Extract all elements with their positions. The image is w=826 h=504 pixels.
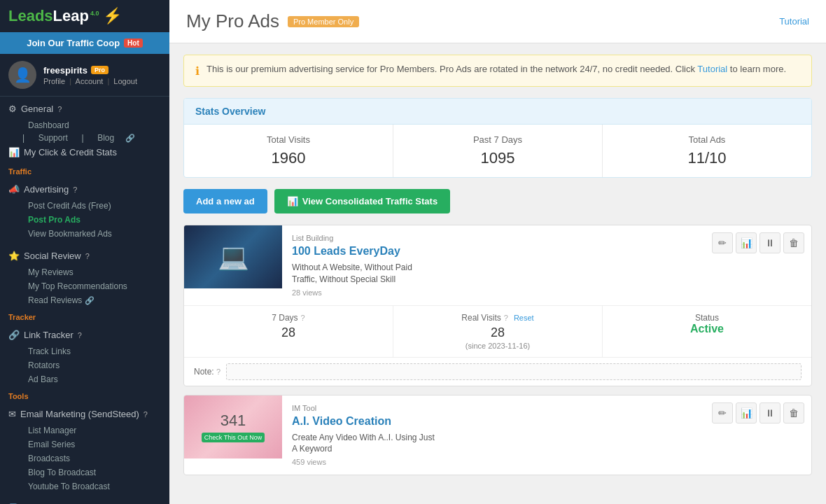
social-review-icon: ⭐ [8,251,20,261]
sidebar-item-link-tracker[interactable]: 🔗 Link Tracker ? [0,326,169,344]
main-header: My Pro Ads Pro Member Only Tutorial [169,0,826,43]
ad-bottom-1: 7 Days ? 28 Real Visits ? Reset 28 (sinc… [184,305,811,357]
view-stats-button[interactable]: 📊 View Consolidated Traffic Stats [274,189,450,214]
ad-pause-button-2[interactable]: ⏸ [760,402,780,424]
main-content: My Pro Ads Pro Member Only Tutorial ℹ Th… [169,0,826,504]
stat-total-ads-value: 11/10 [610,149,804,167]
nav-page-builder: 📄 Page Builder ? Page Manager [0,496,169,504]
sidebar-item-blog-to-broadcast[interactable]: Blog To Broadcast [20,465,169,479]
stat-past-7-days-value: 1095 [400,149,595,167]
ad-category-1: List Building [292,234,695,242]
account-link[interactable]: Account [76,77,104,85]
7days-help-icon: ? [301,314,305,322]
ad-desc-1: Without A Website, Without PaidTraffic, … [292,262,695,286]
ad-edit-button-1[interactable]: ✏ [712,232,733,253]
pro-only-badge: Pro Member Only [288,16,359,27]
sidebar-item-post-credit-ads[interactable]: Post Credit Ads (Free) [20,199,169,213]
ad-stat-real-visits-1: Real Visits ? Reset 28 (since 2023-11-16… [393,306,603,357]
note-input-1[interactable] [226,363,802,380]
profile-link[interactable]: Profile [43,77,65,85]
nav-social-review: ⭐ Social Review ? My Reviews My Top Reco… [0,244,169,310]
info-tutorial-link[interactable]: Tutorial [697,64,727,74]
sidebar-social-review-label: Social Review [24,251,81,261]
nav-advertising: 📣 Advertising ? Post Credit Ads (Free) P… [0,177,169,244]
logo-icon: ⚡ [103,7,122,25]
ad-card-1: List Building 100 Leads EveryDay Without… [183,225,812,386]
coop-banner[interactable]: Join Our Traffic Coop Hot [0,32,169,54]
advertising-help-icon: ? [73,186,77,194]
ad-info-2: IM Tool A.I. Video Creation Create Any V… [282,396,705,475]
ad-delete-button-1[interactable]: 🗑 [783,232,804,253]
logout-link[interactable]: Logout [113,77,137,85]
sidebar-item-social-review[interactable]: ⭐ Social Review ? [0,246,169,265]
sidebar-item-email-series[interactable]: Email Series [20,438,169,451]
logo: LeadsLeap4.0 [8,7,99,25]
sidebar-item-bookmarked-ads[interactable]: View Bookmarked Ads [20,227,169,241]
ad-category-2: IM Tool [292,404,695,412]
nav-advertising-sub: Post Credit Ads (Free) Post Pro Ads View… [0,199,169,241]
stat-total-ads: Total Ads 11/10 [603,125,811,177]
sidebar-item-youtube-to-broadcast[interactable]: Youtube To Broadcast [20,479,169,493]
sidebar-item-ad-bars[interactable]: Ad Bars [20,372,169,386]
sidebar-item-list-manager[interactable]: List Manager [20,424,169,438]
stat-total-visits-value: 1960 [191,149,386,167]
ad-stats-button-1[interactable]: 📊 [736,232,757,253]
ad-7days-value: 28 [194,326,383,340]
ad-edit-button-2[interactable]: ✏ [712,402,733,424]
sidebar-item-dashboard[interactable]: Dashboard [20,118,169,132]
sidebar-item-general[interactable]: ⚙ General ? [0,99,169,118]
reset-link[interactable]: Reset [514,314,534,322]
sidebar-item-broadcasts[interactable]: Broadcasts [20,451,169,465]
pro-badge: Pro [91,66,108,74]
avatar: 👤 [8,61,36,89]
ad-title-2[interactable]: A.I. Video Creation [292,415,695,428]
link-tracker-icon: 🔗 [8,330,20,340]
stats-overview-header: Stats Overview [184,99,811,125]
sidebar-item-page-builder[interactable]: 📄 Page Builder ? [0,499,169,504]
username: freespirits Pro [43,65,161,76]
sidebar-advertising-label: Advertising [24,184,69,195]
ad-title-1[interactable]: 100 Leads EveryDay [292,245,695,258]
sidebar-item-top-recommendations[interactable]: My Top Recommendations [20,279,169,293]
stat-past-7-days: Past 7 Days 1095 [393,125,603,177]
sidebar-email-marketing-label: Email Marketing (SendSteed) [20,409,139,419]
note-label-1: Note: ? [194,367,220,377]
sidebar-item-credit-stats[interactable]: 📊 My Click & Credit Stats [0,143,169,162]
add-new-ad-button[interactable]: Add a new ad [183,189,267,214]
info-text-part1: This is our premium advertising service … [206,64,697,74]
username-text: freespirits [43,65,88,76]
hot-badge: Hot [124,38,143,48]
real-visits-help-icon: ? [504,314,508,322]
tutorial-link[interactable]: Tutorial [779,16,809,27]
sidebar-item-my-reviews[interactable]: My Reviews [20,265,169,279]
ad-real-visits-label: Real Visits ? Reset [403,313,592,323]
general-help-icon: ? [57,105,62,113]
ad-top-2: 341 Check This Out Now IM Tool A.I. Vide… [184,396,811,475]
stat-total-visits-label: Total Visits [191,134,386,145]
info-box: ℹ This is our premium advertising servic… [183,55,812,87]
ad-pause-button-1[interactable]: ⏸ [760,232,780,253]
sidebar-item-support[interactable]: Support [30,131,76,145]
sidebar-item-rotators[interactable]: Rotators [20,358,169,372]
actions-row: Add a new ad 📊 View Consolidated Traffic… [183,189,812,214]
sidebar-item-email-marketing[interactable]: ✉ Email Marketing (SendSteed) ? [0,405,169,424]
sidebar-item-blog[interactable]: Blog [89,131,122,145]
sidebar-item-post-pro-ads[interactable]: Post Pro Ads [20,213,169,227]
ad-info-1: List Building 100 Leads EveryDay Without… [282,225,705,305]
ad-status-label: Status [612,313,802,323]
social-review-help-icon: ? [85,252,90,260]
sidebar-item-advertising[interactable]: 📣 Advertising ? [0,180,169,199]
page-title: My Pro Ads [186,10,279,32]
page-title-area: My Pro Ads Pro Member Only [186,10,359,32]
sidebar-item-track-links[interactable]: Track Links [20,344,169,358]
advertising-icon: 📣 [8,184,20,195]
ad-stats-button-2[interactable]: 📊 [736,402,757,424]
nav-general: ⚙ General ? Dashboard | Support | Blog 🔗… [0,97,169,164]
ad-delete-button-2[interactable]: 🗑 [783,402,804,424]
tools-section-label: Tools [0,389,169,402]
sidebar-link-tracker-label: Link Tracker [24,330,74,340]
nav-tracker: 🔗 Link Tracker ? Track Links Rotators Ad… [0,323,169,389]
nav-email-marketing: ✉ Email Marketing (SendSteed) ? List Man… [0,402,169,496]
sidebar-item-read-reviews[interactable]: Read Reviews 🔗 [20,293,169,307]
logo-part2: Leap [53,7,89,24]
